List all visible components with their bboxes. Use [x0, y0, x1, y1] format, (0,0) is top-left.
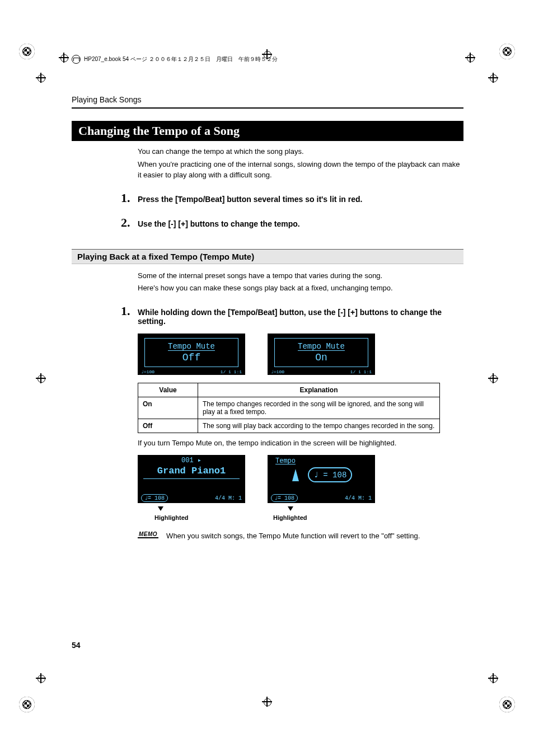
sub-heading: Playing Back at a fixed Tempo (Tempo Mut… [72, 249, 463, 264]
memo-badge: MEMO [138, 531, 158, 538]
step-item: 1. Press the [Tempo/Beat] button several… [121, 191, 463, 205]
registration-mark-icon [59, 53, 69, 63]
lcd-footer-right: 1/ 1 1:1 [221, 369, 242, 374]
lcd-screenshot-column: Tempo ♩ = 108 ♩= 108 4/4 M: 1 Highlighte… [268, 455, 375, 521]
print-header: HP207_e.book 54 ページ ２００６年１２月２５日 月曜日 午前９時… [72, 55, 278, 64]
table-cell-explanation: The tempo changes recorded in the song w… [198, 397, 440, 419]
lcd-screenshot-column: 001 ▸ Grand Piano1 ♩= 108 4/4 M: 1 Highl… [138, 455, 245, 521]
lcd-footer-right: 4/4 M: 1 [215, 495, 242, 501]
book-icon [72, 55, 81, 64]
lcd-header: Tempo [268, 455, 375, 465]
step-text: Press the [Tempo/Beat] button several ti… [138, 195, 463, 204]
table-cell-value: Off [138, 419, 198, 433]
lcd-screenshot: 001 ▸ Grand Piano1 ♩= 108 4/4 M: 1 [138, 455, 245, 503]
page-content: Playing Back Songs Changing the Tempo of… [72, 95, 463, 542]
lcd-screenshot: Tempo Mute On ♩=100 1/ 1 1:1 [268, 334, 375, 375]
page-number: 54 [72, 641, 81, 650]
lcd-value: On [315, 352, 327, 363]
registration-mark-icon [488, 373, 498, 383]
registration-mark-icon [36, 673, 46, 683]
registration-mark-icon [262, 697, 272, 707]
after-table-text: If you turn Tempo Mute on, the tempo ind… [138, 439, 463, 447]
registration-mark-icon [36, 73, 46, 83]
registration-mark-icon [488, 73, 498, 83]
lcd-line: Grand Piano1 [138, 464, 245, 476]
step-number: 1. [121, 304, 138, 318]
lcd-footer-right: 1/ 1 1:1 [350, 369, 372, 374]
registration-mark-icon [488, 673, 498, 683]
lcd-footer-right: 4/4 M: 1 [345, 495, 372, 501]
col-header-value: Value [138, 383, 198, 397]
memo-note: MEMO When you switch songs, the Tempo Mu… [138, 531, 463, 542]
main-heading: Changing the Tempo of a Song [72, 121, 463, 141]
lcd-screenshot: Tempo Mute Off ♩=100 1/ 1 1:1 [138, 334, 245, 375]
table-row: Off The song will play back according to… [138, 419, 440, 433]
intro-paragraph: You can change the tempo at which the so… [138, 147, 463, 157]
table-cell-value: On [138, 397, 198, 419]
lcd-line: 001 ▸ [138, 455, 245, 464]
lcd-tempo-badge: ♩= 108 [141, 494, 168, 502]
col-header-explanation: Explanation [198, 383, 440, 397]
print-mark-icon [499, 697, 515, 712]
print-mark-icon [19, 44, 35, 59]
step-text: Use the [-] [+] buttons to change the te… [138, 219, 463, 228]
lcd-value: Off [182, 352, 200, 363]
step-text: While holding down the [Tempo/Beat] butt… [138, 308, 463, 326]
caption-highlighted: Highlighted [273, 514, 307, 521]
step-item: 1. While holding down the [Tempo/Beat] b… [121, 304, 463, 326]
memo-text: When you switch songs, the Tempo Mute fu… [166, 531, 420, 542]
lcd-screenshot-row: 001 ▸ Grand Piano1 ♩= 108 4/4 M: 1 Highl… [138, 455, 463, 521]
arrow-icon [288, 506, 293, 511]
lcd-screenshot-row: Tempo Mute Off ♩=100 1/ 1 1:1 Tempo Mute… [138, 334, 463, 375]
divider [72, 107, 463, 109]
lcd-screenshot: Tempo ♩ = 108 ♩= 108 4/4 M: 1 [268, 455, 375, 503]
registration-mark-icon [36, 373, 46, 383]
lcd-tempo-circle: ♩ = 108 [308, 467, 352, 482]
value-table: Value Explanation On The tempo changes r… [138, 383, 440, 433]
caption-highlighted: Highlighted [154, 514, 189, 521]
sub-paragraph: Some of the internal preset songs have a… [138, 271, 463, 281]
sub-paragraph: Here's how you can make these songs play… [138, 283, 463, 294]
step-number: 1. [121, 191, 138, 205]
print-mark-icon [499, 44, 515, 59]
print-header-text: HP207_e.book 54 ページ ２００６年１２月２５日 月曜日 午前９時… [84, 55, 278, 63]
lcd-tempo-badge: ♩= 108 [271, 494, 298, 502]
table-row: On The tempo changes recorded in the son… [138, 397, 440, 419]
registration-mark-icon [465, 53, 475, 63]
lcd-footer-left: ♩=100 [141, 369, 154, 374]
arrow-icon [158, 506, 163, 511]
step-number: 2. [121, 215, 138, 230]
lcd-title: Tempo Mute [168, 342, 215, 351]
print-mark-icon [19, 697, 35, 712]
step-item: 2. Use the [-] [+] buttons to change the… [121, 215, 463, 230]
lcd-footer-left: ♩=100 [271, 369, 284, 374]
intro-paragraph: When you're practicing one of the intern… [138, 159, 463, 181]
section-path: Playing Back Songs [72, 95, 463, 104]
metronome-icon [291, 469, 301, 482]
table-cell-explanation: The song will play back according to the… [198, 419, 440, 433]
lcd-title: Tempo Mute [298, 342, 345, 351]
